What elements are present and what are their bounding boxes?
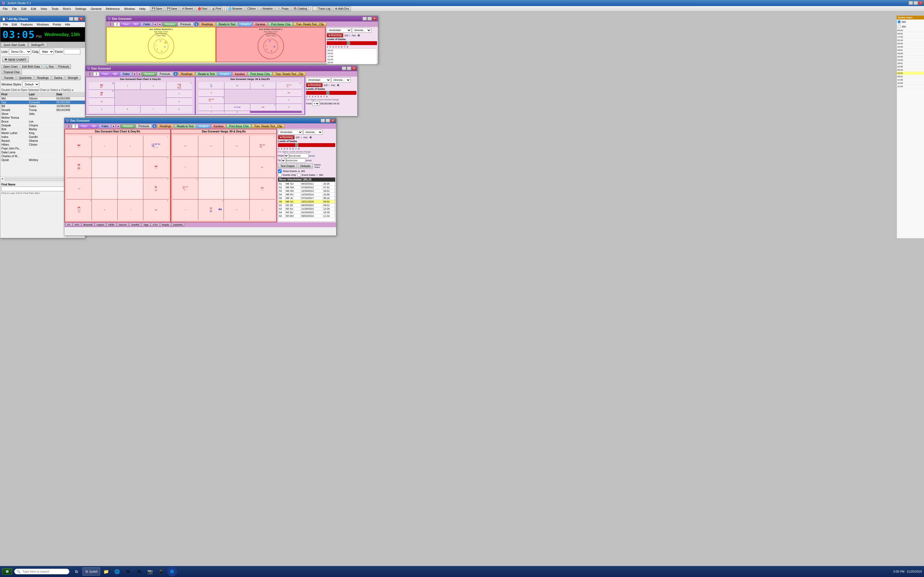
search-btn[interactable]: 🔍 Sea: [43, 64, 55, 69]
dasha-row-highlight[interactable]: 59ME SA10/21/201905:52: [279, 200, 335, 204]
das1-info[interactable]: ℹ: [194, 22, 199, 26]
menu-tools[interactable]: Tools: [49, 6, 61, 11]
cstore-btn[interactable]: CStore: [245, 6, 258, 11]
das3-bd[interactable]: BD: [90, 124, 99, 128]
das2-readings[interactable]: Readings: [178, 72, 195, 76]
charts-maximize[interactable]: □: [74, 17, 78, 21]
das2-graphs[interactable]: Graphs: [218, 72, 232, 76]
das3-slider[interactable]: [278, 143, 335, 147]
das1-readings[interactable]: Readings: [199, 22, 216, 26]
tab-reads[interactable]: Reads: [160, 223, 171, 227]
das2-from-dropdown[interactable]: ▾: [312, 102, 320, 106]
das2-tran-reads[interactable]: Tran. Reads Text _Clip: [273, 72, 305, 76]
chart-row-bill[interactable]: BillGates10/28/1955: [0, 105, 85, 108]
das2-slider[interactable]: [306, 91, 356, 95]
charts-menu-points[interactable]: Points: [51, 23, 63, 26]
save-btn[interactable]: 💾 Save: [150, 6, 164, 11]
tab-strength[interactable]: Strength: [65, 76, 81, 80]
menu-ricks[interactable]: Rick's: [61, 6, 73, 11]
menu-edit2[interactable]: Edit: [29, 6, 38, 11]
dasha-row[interactable]: 53ME MA12/29/201318:01: [279, 189, 335, 193]
tab-transits[interactable]: Transits: [2, 76, 16, 80]
tab-csv[interactable]: CSV: [151, 223, 160, 227]
das2-maximize[interactable]: □: [347, 66, 351, 70]
das1-num2[interactable]: 2: [114, 22, 120, 26]
charts-menu-edit[interactable]: Edit: [10, 23, 19, 26]
tropical-char-btn[interactable]: Tropical Char: [2, 70, 22, 74]
das3-reads-to-text[interactable]: Reads to Text: [174, 124, 196, 128]
chart-row-donald[interactable]: DonaldTrump06/14/1940: [0, 108, 85, 112]
print-btn[interactable]: 🖨 Print: [210, 6, 223, 11]
das1-printouts[interactable]: Printouts: [178, 22, 193, 26]
tab-p1[interactable]: P1: [65, 223, 72, 227]
dasha-row[interactable]: 51ME SU09/23/201120:25: [279, 182, 335, 186]
menu-edit[interactable]: Edit: [19, 6, 29, 11]
tab-bhavmd[interactable]: BhavMd: [81, 223, 94, 227]
das2-running-btn[interactable]: ● Running: [306, 83, 323, 87]
das3-graphs[interactable]: Graphs: [197, 124, 211, 128]
das1-arrow1[interactable]: ▾: [153, 22, 157, 26]
tracelog-btn[interactable]: 📝 Trace Log: [312, 6, 332, 11]
das1-slider[interactable]: [327, 41, 377, 45]
das3-pallet[interactable]: Pallet: [99, 124, 111, 128]
das1-minimize[interactable]: —: [362, 17, 367, 21]
das3-num2[interactable]: 2: [72, 124, 78, 128]
catalog-btn[interactable]: 📚 Catalog: [291, 6, 309, 11]
das1-tran[interactable]: Tran: [120, 22, 131, 26]
das3-print-chts[interactable]: Print these Chts: [226, 124, 251, 128]
das1-bd[interactable]: BD: [131, 22, 140, 26]
das1-abreviat-select[interactable]: Abreviat...: [352, 28, 371, 33]
das1-restore[interactable]: Restore: [163, 22, 177, 26]
das3-maximize[interactable]: □: [326, 119, 330, 122]
dest-btn[interactable]: 🔴 Dest: [196, 6, 209, 11]
chart-row-steve[interactable]: SteveJobs: [0, 112, 85, 116]
das1-vimshottari-select[interactable]: Vimshottari: [327, 28, 351, 33]
revert-btn[interactable]: ↺ Revert: [180, 6, 195, 11]
quick-start-btn[interactable]: Quick Start Guide: [1, 43, 28, 47]
edit-birth-btn[interactable]: Edit Birth Data: [20, 64, 42, 69]
das3-abreviat-select[interactable]: Abreviat...: [303, 130, 323, 135]
das2-close[interactable]: ✕: [352, 66, 356, 70]
menu-file[interactable]: File: [0, 6, 10, 11]
das3-events-only-check[interactable]: [278, 173, 282, 177]
chart-row-das[interactable]: DasGoravani05/18/1960: [0, 101, 85, 105]
das3-to-input[interactable]: [286, 158, 305, 163]
charts-menu-windows[interactable]: Windows: [35, 23, 51, 26]
chart-row-mel[interactable]: MelGibson01/03/1950: [0, 97, 85, 101]
menu-settings[interactable]: Settings: [73, 6, 89, 11]
menu-reference[interactable]: Reference: [104, 6, 122, 11]
das3-num1[interactable]: 1: [65, 124, 71, 128]
notation-btn[interactable]: ♪ Notation: [258, 6, 275, 11]
addons-btn[interactable]: ⚙ Add-Ons: [333, 6, 351, 11]
tab-tags[interactable]: Tags: [141, 223, 150, 227]
dasha-row[interactable]: 54ME RA12/26/201422:58: [279, 193, 335, 197]
tab-readings[interactable]: Readings: [35, 76, 51, 80]
menu-view[interactable]: View: [38, 6, 49, 11]
menu-window[interactable]: Window: [122, 6, 137, 11]
charts-menu-file[interactable]: File: [2, 23, 10, 26]
das2-arrow2[interactable]: ▾: [137, 72, 141, 76]
das1-close[interactable]: ✕: [372, 17, 377, 21]
das1-tran-reads[interactable]: Tran. Reads Text _Clip: [293, 22, 326, 26]
das1-pallet[interactable]: Pallet: [141, 22, 153, 26]
tab-veler[interactable]: VElEr: [107, 223, 116, 227]
tab-dasha[interactable]: Dasha: [52, 76, 65, 80]
props-btn[interactable]: 🔧 Props: [276, 6, 291, 11]
tab-tranrd[interactable]: TranRd: [129, 223, 141, 227]
das1-reads-to-text[interactable]: Reads to Text: [216, 22, 238, 26]
menu-file2[interactable]: File: [10, 6, 19, 11]
das2-bd[interactable]: BD: [111, 72, 120, 76]
tab-quickview[interactable]: Quickview: [16, 76, 34, 80]
das2-pallet[interactable]: Pallet: [120, 72, 132, 76]
das2-printouts[interactable]: Printouts: [157, 72, 173, 76]
das2-karakas[interactable]: Karakas: [233, 72, 247, 76]
das3-minimize[interactable]: —: [321, 119, 325, 122]
das3-close[interactable]: ✕: [331, 119, 335, 122]
das2-minimize[interactable]: —: [342, 66, 346, 70]
fame-input[interactable]: [64, 49, 80, 55]
settings-btn[interactable]: Settings/Pr: [29, 43, 47, 47]
tab-dashmd[interactable]: DashMd: [171, 223, 184, 227]
das1-arrow2[interactable]: ▾: [158, 22, 162, 26]
das3-restore[interactable]: Restore: [121, 124, 135, 128]
das3-defaults-btn[interactable]: Defaults: [298, 163, 313, 168]
